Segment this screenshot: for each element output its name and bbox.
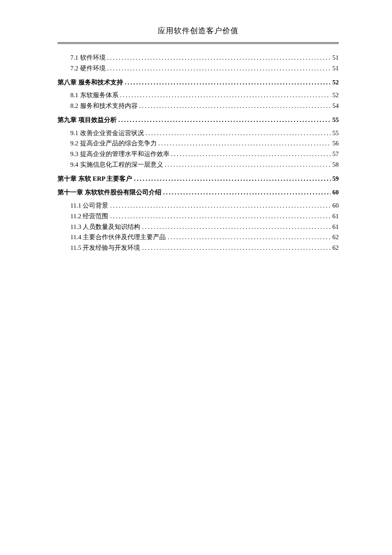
toc-dots xyxy=(107,52,331,63)
toc-subsection: 8.1 东软服务体系 52 xyxy=(58,90,339,101)
toc-chapter: 第十章 东软 ERP 主要客户 59 xyxy=(58,173,339,184)
toc-sub-page: 57 xyxy=(332,149,339,159)
toc-sub-label: 11.4 主要合作伙伴及代理主要产品 xyxy=(70,232,166,243)
toc-sub-label: 8.1 东软服务体系 xyxy=(70,90,118,101)
toc-subsection: 9.3 提高企业的管理水平和运作效率 57 xyxy=(58,149,339,159)
toc-dots xyxy=(163,187,331,198)
toc-sub-page: 62 xyxy=(332,232,339,243)
toc-sub-page: 61 xyxy=(332,211,339,222)
toc-sub-label: 11.1 公司背景 xyxy=(70,200,108,211)
toc-sub-label: 7.1 软件环境 xyxy=(70,52,106,63)
toc-chapter: 第十一章 东软软件股份有限公司介绍 60 xyxy=(58,187,339,198)
toc-subsection: 9.2 提高企业产品的综合竞争力 56 xyxy=(58,138,339,149)
toc-chapter-page: 59 xyxy=(332,173,339,184)
toc-chapter-label: 第十一章 东软软件股份有限公司介绍 xyxy=(58,187,161,198)
header-rule-top xyxy=(58,42,339,43)
toc-dots xyxy=(125,77,331,88)
toc-sub-label: 8.2 服务和技术支持内容 xyxy=(70,101,138,111)
toc-dots xyxy=(120,90,331,101)
toc-dots xyxy=(142,222,331,232)
toc-dots xyxy=(167,232,331,243)
toc-sub-page: 51 xyxy=(332,52,339,63)
toc-subsection: 9.1 改善企业资金运营状况 55 xyxy=(58,128,339,139)
toc-chapter-label: 第八章 服务和技术支持 xyxy=(58,77,123,88)
toc-dots xyxy=(107,63,331,74)
toc-dots xyxy=(171,149,331,159)
toc-dots xyxy=(110,211,331,222)
table-of-contents: 7.1 软件环境 51 7.2 硬件环境 51 第八章 服务和技术支持 52 8… xyxy=(58,52,339,253)
toc-sub-page: 62 xyxy=(332,243,339,253)
toc-sub-page: 52 xyxy=(332,90,339,101)
toc-sub-page: 55 xyxy=(332,128,339,139)
toc-chapter-label: 第九章 项目效益分析 xyxy=(58,115,117,125)
toc-subsection: 7.1 软件环境 51 xyxy=(58,52,339,63)
toc-sub-label: 9.1 改善企业资金运营状况 xyxy=(70,128,144,139)
toc-dots xyxy=(134,173,331,184)
toc-chapter-page: 55 xyxy=(332,115,339,125)
toc-sub-label: 11.3 人员数量及知识结构 xyxy=(70,222,140,232)
toc-subsection: 8.2 服务和技术支持内容 54 xyxy=(58,101,339,111)
toc-sub-page: 54 xyxy=(332,101,339,111)
toc-sub-label: 9.3 提高企业的管理水平和运作效率 xyxy=(70,149,170,159)
toc-subsection: 11.4 主要合作伙伴及代理主要产品 62 xyxy=(58,232,339,243)
toc-pre-group: 7.1 软件环境 51 7.2 硬件环境 51 xyxy=(58,52,339,74)
toc-sub-label: 9.2 提高企业产品的综合竞争力 xyxy=(70,138,157,149)
toc-sub-page: 60 xyxy=(332,200,339,211)
toc-sub-page: 56 xyxy=(332,138,339,149)
toc-subsection: 7.2 硬件环境 51 xyxy=(58,63,339,74)
toc-sub-label: 11.2 经营范围 xyxy=(70,211,108,222)
toc-chapter-page: 52 xyxy=(332,77,339,88)
toc-chapter: 第九章 项目效益分析 55 xyxy=(58,115,339,125)
toc-subsection: 9.4 实施信息化工程的深一层意义 58 xyxy=(58,159,339,170)
toc-dots xyxy=(146,128,331,139)
toc-chapter: 第八章 服务和技术支持 52 xyxy=(58,77,339,88)
page-title: 应用软件创造客户价值 xyxy=(58,26,339,41)
toc-sub-group: 9.1 改善企业资金运营状况 55 9.2 提高企业产品的综合竞争力 56 9.… xyxy=(58,128,339,170)
toc-sub-page: 51 xyxy=(332,63,339,74)
toc-sub-page: 61 xyxy=(332,222,339,232)
toc-chapter-label: 第十章 东软 ERP 主要客户 xyxy=(58,173,132,184)
toc-chapter-page: 60 xyxy=(332,187,339,198)
toc-dots xyxy=(110,200,331,211)
document-page: 应用软件创造客户价值 7.1 软件环境 51 7.2 硬件环境 51 第八章 服… xyxy=(0,0,392,253)
toc-subsection: 11.2 经营范围 61 xyxy=(58,211,339,222)
toc-dots xyxy=(165,159,331,170)
toc-dots xyxy=(142,243,331,253)
toc-subsection: 11.3 人员数量及知识结构 61 xyxy=(58,222,339,232)
toc-dots xyxy=(159,138,331,149)
toc-dots xyxy=(118,115,331,125)
toc-sub-page: 58 xyxy=(332,159,339,170)
header-rule-bottom xyxy=(58,43,339,44)
toc-sub-group: 8.1 东软服务体系 52 8.2 服务和技术支持内容 54 xyxy=(58,90,339,111)
toc-sub-label: 7.2 硬件环境 xyxy=(70,63,106,74)
toc-subsection: 11.5 开发经验与开发环境 62 xyxy=(58,243,339,253)
toc-subsection: 11.1 公司背景 60 xyxy=(58,200,339,211)
toc-sub-label: 11.5 开发经验与开发环境 xyxy=(70,243,140,253)
toc-dots xyxy=(139,101,331,111)
toc-sub-group: 11.1 公司背景 60 11.2 经营范围 61 11.3 人员数量及知识结构… xyxy=(58,200,339,253)
toc-sub-label: 9.4 实施信息化工程的深一层意义 xyxy=(70,159,163,170)
